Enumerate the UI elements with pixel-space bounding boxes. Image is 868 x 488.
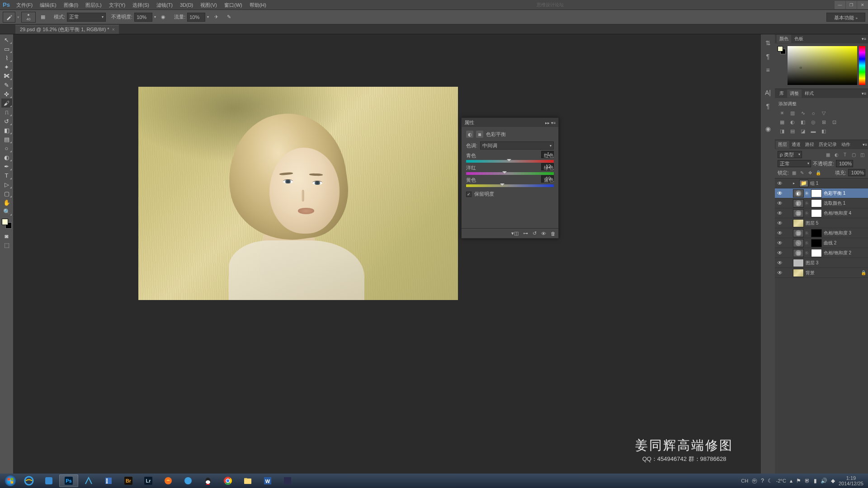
mask-thumb[interactable]	[811, 229, 822, 237]
slider-track[interactable]	[466, 160, 554, 163]
mask-thumb[interactable]	[811, 249, 822, 257]
layer-thumb[interactable]	[793, 219, 804, 227]
strip-icon-6[interactable]: ◉	[763, 124, 773, 134]
visibility-icon[interactable]: 👁	[777, 260, 783, 266]
adj-photofilter-icon[interactable]: ◎	[810, 119, 817, 125]
layer-name[interactable]: 色相/饱和度 2	[824, 250, 851, 256]
adj-curves-icon[interactable]: ∿	[799, 110, 807, 116]
opacity-input[interactable]: 10%	[134, 13, 152, 22]
link-icon[interactable]: ⎘	[806, 191, 809, 196]
menu-select[interactable]: 选择(S)	[129, 0, 153, 10]
slider-thumb[interactable]	[507, 159, 511, 164]
visibility-icon[interactable]: 👁	[777, 180, 783, 187]
tab-swatches[interactable]: 色板	[792, 35, 806, 43]
taskbar-app1[interactable]	[39, 474, 58, 487]
tab-layers[interactable]: 图层	[776, 141, 789, 149]
layer-filter-kind[interactable]: ρ 类型	[778, 151, 802, 158]
history-brush-tool[interactable]: ↺	[1, 117, 12, 126]
taskbar-explorer[interactable]	[238, 474, 257, 487]
layer-name[interactable]: 曲线 2	[824, 240, 836, 246]
tab-styles[interactable]: 样式	[802, 89, 816, 98]
tray-ime-icon[interactable]: ㊥	[752, 477, 757, 485]
filter-smart-icon[interactable]: ◫	[859, 151, 865, 158]
layer-row[interactable]: 👁 ▦⎘ 色相/饱和度 2	[775, 248, 868, 258]
tray-app-icon[interactable]: ◆	[831, 478, 835, 484]
adj-thumb[interactable]: ▦	[793, 209, 804, 217]
blend-mode-select[interactable]: 正常	[67, 13, 106, 22]
layer-row[interactable]: 👁 背景 🔒	[775, 268, 868, 278]
taskbar-qq[interactable]	[198, 474, 217, 487]
menu-help[interactable]: 帮助(H)	[246, 0, 270, 10]
adj-levels-icon[interactable]: ▥	[789, 110, 796, 116]
link-icon[interactable]: ⎘	[806, 241, 809, 245]
slider-thumb[interactable]	[500, 183, 505, 188]
mask-thumb[interactable]	[811, 239, 822, 247]
delete-adj-icon[interactable]: 🗑	[551, 231, 556, 236]
lock-trans-icon[interactable]: ▦	[791, 169, 797, 176]
hand-tool[interactable]: ✋	[1, 198, 12, 207]
taskbar-photoshop[interactable]: Ps	[59, 474, 78, 487]
link-icon[interactable]: ⎘	[806, 251, 809, 255]
layer-row[interactable]: 👁 ◧⎘ 选取颜色 1	[775, 198, 868, 208]
adj-invert-icon[interactable]: ◨	[778, 128, 786, 134]
adj-exposure-icon[interactable]: ☼	[810, 110, 817, 116]
brush-tool[interactable]: 🖌	[1, 99, 12, 108]
document-tab[interactable]: 29.psd @ 16.2% (色彩平衡 1, RGB/8#) * ×	[15, 25, 119, 34]
mask-thumb[interactable]	[811, 199, 822, 207]
link-icon[interactable]: ⎘	[806, 211, 809, 216]
adj-thumb[interactable]: ◧	[793, 199, 804, 207]
layer-row[interactable]: 👁 图层 5	[775, 218, 868, 228]
slider-track[interactable]	[466, 184, 554, 187]
taskbar-app6[interactable]	[278, 474, 297, 487]
eraser-tool[interactable]: ◧	[1, 126, 12, 135]
layer-row[interactable]: 👁 ▸📁 组 1	[775, 178, 868, 188]
tray-help-icon[interactable]: ?	[761, 478, 764, 484]
tray-volume-icon[interactable]: 🔊	[821, 478, 827, 484]
filter-pixel-icon[interactable]: ▦	[825, 151, 831, 158]
link-icon[interactable]: ⎘	[806, 231, 809, 235]
lang-indicator[interactable]: CH	[741, 478, 748, 483]
pressure-opacity-icon[interactable]: ◉	[158, 12, 169, 23]
type-tool[interactable]: T	[1, 171, 12, 180]
layer-opacity-input[interactable]: 100%	[836, 160, 853, 167]
close-button[interactable]: ✕	[857, 1, 868, 9]
visibility-icon[interactable]: 👁	[777, 190, 783, 197]
taskbar-bridge[interactable]: Br	[119, 474, 138, 487]
brush-preset-picker[interactable]: • 40	[21, 12, 36, 23]
view-previous-icon[interactable]: ⊶	[523, 230, 528, 236]
color-swatches[interactable]	[2, 219, 12, 229]
slider-thumb[interactable]	[502, 171, 507, 176]
tab-channels[interactable]: 通道	[789, 141, 803, 149]
lock-all-icon[interactable]: 🔒	[815, 169, 821, 176]
visibility-icon[interactable]: 👁	[777, 210, 783, 216]
pen-tool[interactable]: ✒	[1, 162, 12, 171]
taskbar-app5[interactable]	[179, 474, 198, 487]
menu-layer[interactable]: 图层(L)	[82, 0, 105, 10]
taskbar-ie[interactable]	[19, 474, 38, 487]
filter-type-icon[interactable]: T	[842, 151, 848, 158]
slider-track[interactable]	[466, 172, 554, 175]
layer-name[interactable]: 色相/饱和度 3	[824, 230, 851, 236]
panel-menu-icon[interactable]: ▾≡	[863, 142, 867, 147]
tray-flag-icon[interactable]: ⚑	[796, 478, 801, 484]
mask-thumb[interactable]	[811, 209, 822, 217]
adj-bw-icon[interactable]: ◧	[799, 119, 807, 125]
tab-actions[interactable]: 动作	[839, 141, 853, 149]
lock-pos-icon[interactable]: ✥	[807, 169, 813, 176]
screenmode-toggle[interactable]: ⬚	[1, 240, 12, 249]
adj-colorbalance-icon[interactable]: ◐	[789, 119, 796, 125]
pressure-size-icon[interactable]: ✎	[223, 12, 234, 23]
hue-slider[interactable]	[859, 46, 865, 85]
tab-history[interactable]: 历史记录	[816, 141, 839, 149]
layer-thumb[interactable]	[793, 259, 804, 267]
menu-window[interactable]: 窗口(W)	[221, 0, 246, 10]
adj-colorlookup-icon[interactable]: ⊡	[830, 119, 838, 125]
layer-row[interactable]: 👁 ▦⎘ 色相/饱和度 3	[775, 228, 868, 238]
filter-adj-icon[interactable]: ◐	[833, 151, 840, 158]
path-select-tool[interactable]: ▷	[1, 180, 12, 189]
airbrush-icon[interactable]: ✈	[211, 12, 222, 23]
layer-row[interactable]: 👁 ◐⎘ 色彩平衡 1	[775, 188, 868, 198]
quickmask-toggle[interactable]: ◙	[1, 231, 12, 240]
mask-thumb[interactable]	[811, 189, 822, 197]
minimize-button[interactable]: —	[835, 1, 845, 9]
